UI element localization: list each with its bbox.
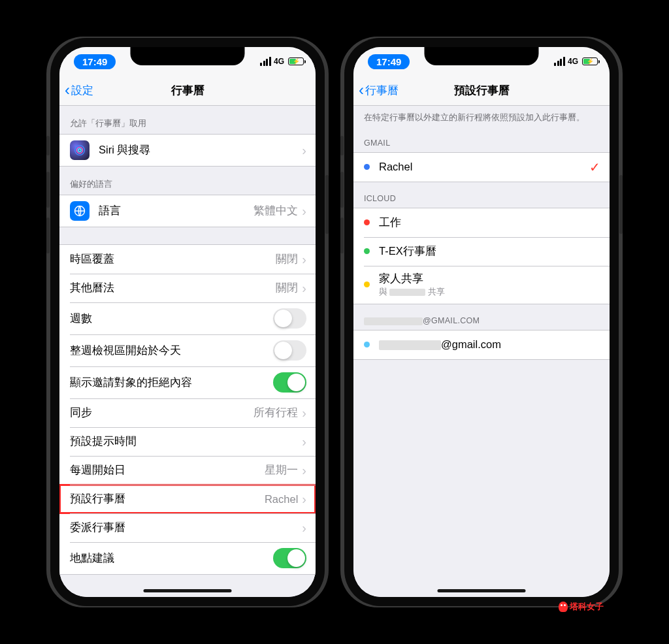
calendar-list: x@gmail.com [353, 330, 610, 360]
nav-bar: ‹ 設定 行事曆 [59, 76, 316, 106]
mute-switch[interactable] [46, 136, 50, 155]
back-button[interactable]: ‹ 行事曆 [359, 83, 399, 98]
row-label: 預設行事曆 [70, 492, 265, 506]
calendar-option[interactable]: T-EX行事曆 [353, 237, 610, 266]
network-label: 4G [568, 57, 578, 66]
row-detail: 星期一 [265, 463, 298, 477]
row-委派行事曆[interactable]: 委派行事曆› [59, 513, 316, 542]
section-header: ICLOUD [353, 182, 610, 208]
row-detail: 所有行程 [253, 406, 298, 420]
volume-down-button[interactable] [46, 217, 50, 253]
calendar-color-dot [364, 282, 370, 287]
calendar-color-dot [364, 248, 370, 254]
chevron-right-icon: › [302, 143, 306, 158]
row-siri[interactable]: Siri 與搜尋 › [59, 135, 316, 166]
row-地點建議[interactable]: 地點建議 [59, 542, 316, 574]
row-label: 顯示邀請對象的拒絕內容 [70, 376, 273, 390]
chevron-right-icon: › [302, 252, 306, 267]
status-time[interactable]: 17:49 [368, 54, 410, 69]
row-週數[interactable]: 週數 [59, 302, 316, 334]
home-indicator[interactable] [144, 589, 232, 592]
default-calendar-content[interactable]: 在特定行事曆以外建立的新行程將依照預設加入此行事曆。 GMAILRachel✓I… [353, 106, 610, 597]
calendar-option[interactable]: 工作 [353, 208, 610, 237]
home-indicator[interactable] [438, 589, 526, 592]
row-label: 地點建議 [70, 551, 273, 566]
toggle-switch[interactable] [273, 548, 306, 568]
calendar-color-dot [364, 342, 370, 347]
calendar-color-dot [364, 219, 370, 225]
calendar-label: x@gmail.com [379, 338, 600, 351]
siri-icon [70, 140, 90, 160]
row-預設行事曆[interactable]: 預設行事曆Rachel› [59, 485, 316, 513]
volume-up-button[interactable] [340, 172, 344, 208]
row-label: 每週開始日 [70, 463, 265, 477]
calendar-list: Rachel✓ [353, 152, 610, 182]
section-header: x@GMAIL.COM [353, 304, 610, 330]
calendar-option[interactable]: 家人共享與 x 共享 [353, 266, 610, 304]
chevron-right-icon: › [302, 204, 306, 219]
section-header-language: 偏好的語言 [59, 167, 316, 195]
battery-icon: ⚡ [582, 57, 598, 65]
row-label: 其他曆法 [70, 281, 276, 295]
row-預設提示時間[interactable]: 預設提示時間› [59, 427, 316, 456]
toggle-switch[interactable] [273, 308, 306, 329]
network-label: 4G [274, 57, 284, 66]
globe-icon [70, 201, 90, 221]
back-label: 行事曆 [365, 83, 399, 98]
row-同步[interactable]: 同步所有行程› [59, 398, 316, 427]
row-顯示邀請對象的拒絕內容[interactable]: 顯示邀請對象的拒絕內容 [59, 366, 316, 398]
chevron-right-icon: › [302, 492, 306, 507]
status-time[interactable]: 17:49 [74, 54, 116, 69]
chevron-right-icon: › [302, 463, 306, 478]
calendar-sublabel: 與 x 共享 [379, 287, 600, 298]
row-label: 週數 [70, 312, 273, 326]
row-detail: Rachel [265, 493, 298, 506]
settings-list: 時區覆蓋關閉›其他曆法關閉›週數整週檢視區開始於今天顯示邀請對象的拒絕內容同步所… [59, 244, 316, 575]
toggle-switch[interactable] [273, 372, 306, 393]
row-language[interactable]: 語言 繁體中文 › [59, 195, 316, 227]
back-button[interactable]: ‹ 設定 [65, 83, 93, 98]
row-每週開始日[interactable]: 每週開始日星期一› [59, 456, 316, 485]
row-detail: 關閉 [276, 281, 298, 295]
calendar-option[interactable]: x@gmail.com [353, 330, 610, 359]
watermark-icon [559, 602, 568, 612]
watermark: 塔科女子 [559, 601, 604, 613]
volume-up-button[interactable] [46, 172, 50, 208]
power-button[interactable] [619, 175, 623, 234]
checkmark-icon: ✓ [589, 159, 600, 175]
chevron-right-icon: › [302, 406, 306, 421]
calendar-label: 工作 [379, 216, 600, 230]
row-其他曆法[interactable]: 其他曆法關閉› [59, 274, 316, 302]
row-整週檢視區開始於今天[interactable]: 整週檢視區開始於今天 [59, 334, 316, 366]
calendar-option[interactable]: Rachel✓ [353, 153, 610, 182]
chevron-right-icon: › [302, 434, 306, 449]
row-label: 預設提示時間 [70, 434, 302, 449]
page-title: 行事曆 [59, 83, 316, 98]
phone-left: 17:49 4G ⚡ ‹ 設定 行事曆 允許「行事曆」取用 [50, 38, 325, 606]
row-label: 時區覆蓋 [70, 252, 276, 266]
chevron-right-icon: › [302, 281, 306, 296]
notch [131, 47, 245, 65]
notch [425, 47, 539, 65]
row-detail: 繁體中文 [253, 204, 298, 218]
row-時區覆蓋[interactable]: 時區覆蓋關閉› [59, 245, 316, 274]
row-label: 語言 [99, 204, 253, 218]
svg-point-1 [76, 147, 82, 153]
row-label: 整週檢視區開始於今天 [70, 344, 273, 358]
phone-right: 17:49 4G ⚡ ‹ 行事曆 預設行事曆 在特定行事曆以外建立的新行程將依照… [344, 38, 619, 606]
toggle-switch[interactable] [273, 340, 306, 361]
volume-down-button[interactable] [340, 217, 344, 253]
power-button[interactable] [325, 175, 329, 234]
watermark-text: 塔科女子 [570, 601, 604, 613]
battery-icon: ⚡ [288, 57, 304, 65]
chevron-right-icon: › [302, 521, 306, 536]
back-label: 設定 [71, 83, 93, 98]
settings-content[interactable]: 允許「行事曆」取用 Siri 與搜尋 › 偏好的語言 [59, 106, 316, 597]
section-header-access: 允許「行事曆」取用 [59, 106, 316, 134]
row-detail: 關閉 [276, 252, 298, 266]
cellular-signal-icon [554, 57, 565, 66]
section-footer: 在特定行事曆以外建立的新行程將依照預設加入此行事曆。 [353, 106, 610, 127]
nav-bar: ‹ 行事曆 預設行事曆 [353, 76, 610, 106]
mute-switch[interactable] [340, 136, 344, 155]
row-label: 同步 [70, 406, 253, 420]
